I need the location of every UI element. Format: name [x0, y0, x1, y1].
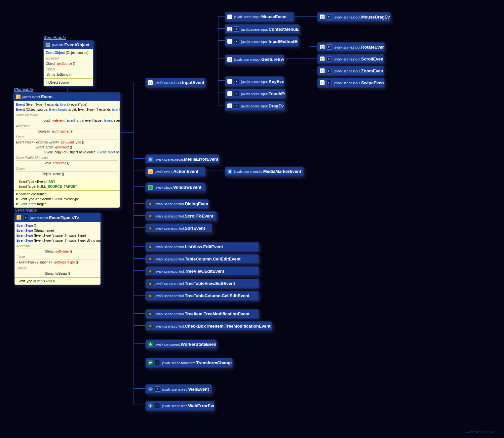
- class-zoom: ◻ F javafx.scene.input.ZoomEvent: [317, 66, 384, 76]
- ctrl-icon: ▥: [148, 281, 153, 286]
- final-icon: F: [327, 68, 332, 73]
- class-header: 🔔 javafx.event.ActionEvent: [146, 167, 205, 176]
- class-header: 🔔 javafx.event.Event: [14, 93, 120, 101]
- class-listEdit: ▥ javafx.scene.control.ListView.EditEven…: [145, 242, 259, 252]
- class-transform: ⇄ F javafx.scene.transform.TransformChan…: [145, 358, 233, 368]
- class-icon: ◻: [227, 39, 232, 44]
- class-header: ● F javafx.scene.web.WebErrorEvent: [146, 401, 214, 410]
- class-header: ✚ javafx.concurrent.WorkerStateEvent: [146, 340, 216, 349]
- credit-text: www.falkhausen.de: [466, 430, 494, 434]
- class-body: Event (EventType<? extends Event> eventT…: [14, 101, 120, 178]
- class-swipe: ◻ F javafx.scene.input.SwipeEvent: [317, 78, 385, 88]
- ctrl-icon: ▥: [148, 257, 153, 261]
- class-scrollTo: ▥ javafx.scene.control.ScrollToEvent: [145, 211, 217, 221]
- class-treeTableEdit: ▥ javafx.scene.control.TreeTableView.Edi…: [145, 279, 259, 289]
- tag-serializable-1: Serializable: [44, 35, 66, 40]
- class-icon: ◻: [320, 57, 325, 61]
- class-header: ◻ F javafx.scene.input.RotateEvent: [318, 43, 384, 52]
- bell-icon: 🔔: [148, 169, 153, 174]
- class-header: ◻ F javafx.scene.input.TouchEvent: [225, 89, 285, 98]
- class-touch: ◻ F javafx.scene.input.TouchEvent: [225, 89, 286, 99]
- win-icon: ▤: [148, 185, 153, 190]
- final-icon: F: [234, 39, 239, 44]
- class-header: ◻ F javafx.scene.input.ContextMenuEvent: [225, 25, 299, 34]
- web-icon: ●: [148, 387, 153, 391]
- class-header: ✶ java.util.EventObject: [44, 41, 93, 49]
- class-body: EventType () EventType (String name) Eve…: [15, 222, 100, 277]
- class-header: ▣ javafx.scene.media.MediaErrorEvent: [146, 155, 219, 164]
- ctrl-icon: ▥: [148, 202, 153, 206]
- class-inputEvent: ◻ javafx.scene.input.InputEvent: [145, 78, 206, 88]
- final-icon: F: [327, 14, 332, 20]
- class-icon: ◻: [320, 45, 325, 49]
- class-gesture: ◻ javafx.scene.input.GestureEvent: [225, 55, 284, 64]
- class-inputMethod: ◻ F javafx.scene.input.InputMethodEvent: [225, 36, 299, 47]
- bell-icon: 🔔: [17, 215, 21, 220]
- class-mouseEvent: ◻ javafx.scene.input.MouseEvent: [225, 12, 294, 22]
- final-icon: F: [234, 103, 239, 108]
- final-icon: F: [155, 403, 160, 408]
- ctrl-icon: ▥: [148, 312, 153, 316]
- class-icon: ◻: [227, 91, 232, 96]
- class-header: ◻ F javafx.scene.input.MouseDragEvent: [318, 13, 390, 21]
- class-header: ▥ javafx.scene.control.DialogEvent: [146, 200, 208, 208]
- final-icon: F: [23, 215, 28, 220]
- class-window: ▤ javafx.stage.WindowEvent: [145, 182, 206, 192]
- tag-cloneable: Cloneable: [14, 87, 33, 92]
- gear-icon: ✶: [46, 43, 50, 47]
- class-header: ▥ javafx.scene.control.TreeView.EditEven…: [146, 267, 258, 276]
- class-header: ◻ F javafx.scene.input.DragEvent: [225, 101, 284, 110]
- class-mouseDrag: ◻ F javafx.scene.input.MouseDragEvent: [317, 12, 391, 22]
- class-icon: ◻: [227, 103, 232, 108]
- class-icon: ◻: [320, 15, 325, 19]
- ctrl-icon: ▥: [148, 214, 153, 219]
- class-header: ⇄ F javafx.scene.transform.TransformChan…: [146, 358, 232, 367]
- class-webEvent: ● F javafx.scene.web.WebEvent: [145, 384, 212, 394]
- class-icon: ◻: [227, 15, 232, 19]
- class-header: ▥ javafx.scene.control.ListView.EditEven…: [146, 243, 258, 251]
- media-icon: ▣: [227, 169, 232, 174]
- ctrl-icon: ▥: [148, 294, 153, 298]
- class-tableCell: ▥ javafx.scene.control.TableColumn.CellE…: [145, 254, 259, 264]
- class-header: ◻ javafx.scene.input.MouseEvent: [225, 13, 293, 21]
- class-icon: ◻: [148, 80, 153, 85]
- class-constants: EventType <Event> ROOT: [15, 277, 100, 285]
- final-icon: F: [327, 44, 332, 50]
- trans-icon: ⇄: [148, 360, 153, 365]
- class-icon: ◻: [320, 68, 325, 73]
- class-event-type: 🔔 F javafx.event.EventType <T> EventType…: [14, 213, 101, 285]
- class-webError: ● F javafx.scene.web.WebErrorEvent: [145, 401, 214, 411]
- final-icon: F: [234, 91, 239, 96]
- class-header: ▤ javafx.stage.WindowEvent: [146, 183, 205, 192]
- final-icon: F: [327, 80, 332, 85]
- class-header: ● F javafx.scene.web.WebEvent: [146, 385, 212, 394]
- class-header: ◻ F javafx.scene.input.ScrollEvent: [318, 55, 383, 63]
- class-header: ▥ javafx.scene.control.TableColumn.CellE…: [146, 255, 258, 263]
- class-constants: EventType <Event> ANY EventTarget NULL_S…: [14, 178, 120, 190]
- class-header: ▥ javafx.scene.control.CheckBoxTreeItem.…: [146, 322, 272, 331]
- class-header: ◻ javafx.scene.input.InputEvent: [146, 78, 205, 87]
- check-icon: ✚: [148, 342, 153, 347]
- class-header: ▥ javafx.scene.control.SortEvent: [146, 224, 212, 233]
- class-header: ◻ F javafx.scene.input.InputMethodEvent: [225, 37, 298, 46]
- class-mediaMarker: ▣ javafx.scene.media.MediaMarkerEvent: [225, 167, 304, 177]
- ctrl-icon: ▥: [148, 245, 153, 249]
- class-header: ▥ javafx.scene.control.TreeTableColumn.C…: [146, 292, 258, 300]
- web-icon: ●: [148, 403, 153, 408]
- ctrl-icon: ▥: [148, 226, 153, 231]
- class-drag: ◻ F javafx.scene.input.DragEvent: [225, 101, 285, 111]
- class-event-object: ✶ java.util.EventObject EventObject (Obj…: [43, 40, 94, 87]
- media-icon: ▣: [148, 157, 153, 162]
- class-ctxMenu: ◻ F javafx.scene.input.ContextMenuEvent: [225, 24, 300, 34]
- ctrl-icon: ▥: [148, 269, 153, 274]
- class-header: ▥ javafx.scene.control.ScrollToEvent: [146, 212, 216, 220]
- class-mediaError: ▣ javafx.scene.media.MediaErrorEvent: [145, 154, 219, 164]
- class-rotate: ◻ F javafx.scene.input.RotateEvent: [317, 42, 385, 52]
- class-icon: ◻: [320, 80, 325, 85]
- bell-icon: 🔔: [16, 95, 20, 99]
- final-icon: F: [155, 360, 160, 365]
- class-workerState: ✚ javafx.concurrent.WorkerStateEvent: [145, 339, 217, 349]
- class-header: ◻ F javafx.scene.input.ZoomEvent: [318, 66, 383, 75]
- ctrl-icon: ▥: [148, 324, 153, 329]
- class-header: ▥ javafx.scene.control.TreeItem.TreeModi…: [146, 310, 258, 318]
